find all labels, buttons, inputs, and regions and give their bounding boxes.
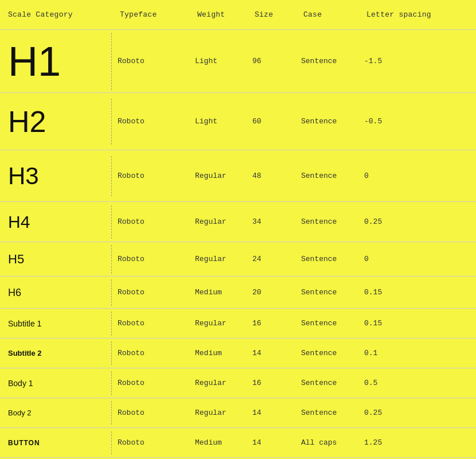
cell-subtitle1-letterSpacing: 0.15: [358, 311, 476, 336]
scale-cell-body1: Body 1: [0, 371, 112, 395]
cell-h1-weight: Light: [189, 49, 247, 73]
scale-label-h3: H3: [8, 164, 39, 188]
cell-button-weight: Medium: [189, 430, 247, 455]
cell-h6-typeface: Roboto: [112, 280, 189, 305]
scale-cell-body2: Body 2: [0, 401, 112, 425]
scale-label-h6: H6: [8, 287, 21, 298]
scale-cell-h2: H2: [0, 99, 112, 145]
cell-body2-weight: Regular: [189, 400, 247, 425]
cell-subtitle1-typeface: Roboto: [112, 311, 189, 336]
cell-h1-size: 96: [247, 49, 295, 73]
header-case: Case: [295, 0, 358, 29]
scale-label-h2: H2: [8, 107, 46, 137]
scale-label-body2: Body 2: [8, 409, 31, 417]
cell-button-size: 14: [247, 430, 295, 455]
cell-body2-letterSpacing: 0.25: [358, 400, 476, 425]
cell-body1-letterSpacing: 0.5: [358, 371, 476, 395]
scale-cell-subtitle2: Subtitle 2: [0, 341, 112, 365]
cell-body2-case: Sentence: [295, 400, 358, 425]
cell-body1-weight: Regular: [189, 371, 247, 395]
table-row-h5: H5RobotoRegular24Sentence0: [0, 242, 476, 277]
cell-body1-typeface: Roboto: [112, 371, 189, 395]
cell-h4-letterSpacing: 0.25: [358, 209, 476, 234]
header-weight: Weight: [189, 0, 247, 29]
table-body: H1RobotoLight96Sentence-1.5H2RobotoLight…: [0, 30, 476, 459]
table-row-subtitle2: Subtitle 2RobotoMedium14Sentence0.1: [0, 339, 476, 368]
table-row-h2: H2RobotoLight60Sentence-0.5: [0, 93, 476, 150]
scale-label-h5: H5: [8, 253, 24, 266]
cell-h5-weight: Regular: [189, 247, 247, 271]
cell-h4-weight: Regular: [189, 209, 247, 234]
typography-table: Scale Category Typeface Weight Size Case…: [0, 0, 476, 459]
cell-h6-case: Sentence: [295, 280, 358, 305]
cell-h3-case: Sentence: [295, 164, 358, 188]
cell-body1-case: Sentence: [295, 371, 358, 395]
cell-h2-size: 60: [247, 109, 295, 134]
cell-subtitle1-weight: Regular: [189, 311, 247, 336]
header-scale-category: Scale Category: [0, 0, 112, 29]
cell-h1-letterSpacing: -1.5: [358, 49, 476, 73]
cell-button-typeface: Roboto: [112, 430, 189, 455]
cell-h3-size: 48: [247, 164, 295, 188]
cell-h2-case: Sentence: [295, 109, 358, 134]
table-header: Scale Category Typeface Weight Size Case…: [0, 0, 476, 30]
header-typeface: Typeface: [112, 0, 189, 29]
cell-subtitle2-size: 14: [247, 341, 295, 365]
scale-cell-h1: H1: [0, 33, 112, 90]
scale-cell-h4: H4: [0, 205, 112, 239]
scale-label-button: BUTTON: [8, 439, 40, 446]
cell-h5-size: 24: [247, 247, 295, 271]
scale-cell-subtitle1: Subtitle 1: [0, 312, 112, 336]
scale-label-h1: H1: [8, 41, 61, 82]
cell-h5-letterSpacing: 0: [358, 247, 476, 271]
cell-h5-case: Sentence: [295, 247, 358, 271]
cell-h3-typeface: Roboto: [112, 164, 189, 188]
cell-h4-typeface: Roboto: [112, 209, 189, 234]
cell-h4-size: 34: [247, 209, 295, 234]
cell-h3-letterSpacing: 0: [358, 164, 476, 188]
cell-subtitle2-weight: Medium: [189, 341, 247, 365]
cell-button-letterSpacing: 1.25: [358, 430, 476, 455]
scale-label-body1: Body 1: [8, 379, 33, 387]
scale-label-h4: H4: [8, 213, 30, 231]
cell-button-case: All caps: [295, 430, 358, 455]
cell-body1-size: 16: [247, 371, 295, 395]
cell-h2-typeface: Roboto: [112, 109, 189, 134]
scale-cell-h3: H3: [0, 156, 112, 196]
cell-h6-size: 20: [247, 280, 295, 305]
table-row-h6: H6RobotoMedium20Sentence0.15: [0, 277, 476, 309]
table-row-h1: H1RobotoLight96Sentence-1.5: [0, 30, 476, 93]
table-row-h3: H3RobotoRegular48Sentence0: [0, 150, 476, 202]
cell-subtitle1-size: 16: [247, 311, 295, 336]
cell-h6-weight: Medium: [189, 280, 247, 305]
scale-cell-h5: H5: [0, 245, 112, 274]
cell-h5-typeface: Roboto: [112, 247, 189, 271]
cell-h6-letterSpacing: 0.15: [358, 280, 476, 305]
cell-subtitle2-letterSpacing: 0.1: [358, 341, 476, 365]
header-size: Size: [247, 0, 295, 29]
cell-subtitle1-case: Sentence: [295, 311, 358, 336]
header-letter-spacing: Letter spacing: [358, 0, 476, 29]
scale-label-subtitle2: Subtitle 2: [8, 349, 42, 357]
cell-subtitle2-case: Sentence: [295, 341, 358, 365]
scale-cell-h6: H6: [0, 279, 112, 306]
cell-h3-weight: Regular: [189, 164, 247, 188]
cell-h2-weight: Light: [189, 109, 247, 134]
cell-subtitle2-typeface: Roboto: [112, 341, 189, 365]
cell-body2-typeface: Roboto: [112, 400, 189, 425]
table-row-body2: Body 2RobotoRegular14Sentence0.25: [0, 398, 476, 428]
cell-h2-letterSpacing: -0.5: [358, 109, 476, 134]
table-row-body1: Body 1RobotoRegular16Sentence0.5: [0, 368, 476, 398]
cell-h1-case: Sentence: [295, 49, 358, 73]
table-row-button: BUTTONRobotoMedium14All caps1.25: [0, 428, 476, 458]
table-row-subtitle1: Subtitle 1RobotoRegular16Sentence0.15: [0, 309, 476, 339]
scale-label-subtitle1: Subtitle 1: [8, 320, 41, 328]
cell-h1-typeface: Roboto: [112, 49, 189, 73]
table-row-h4: H4RobotoRegular34Sentence0.25: [0, 202, 476, 242]
scale-cell-button: BUTTON: [0, 431, 112, 454]
cell-body2-size: 14: [247, 400, 295, 425]
cell-h4-case: Sentence: [295, 209, 358, 234]
